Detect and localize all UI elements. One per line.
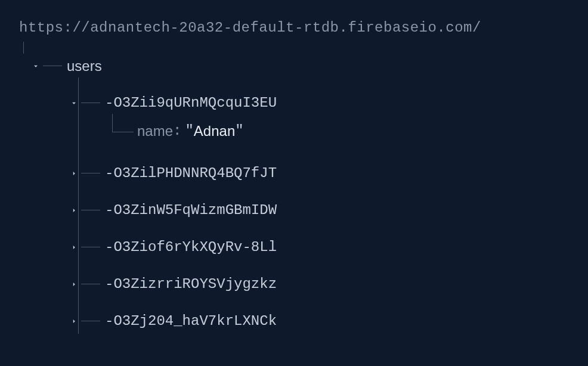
- tree-connector-line: [78, 149, 79, 161]
- tree-key-label: -O3Zj204_haV7krLXNCk: [105, 311, 277, 331]
- tree-key-label: -O3ZilPHDNNRQ4BQ7fJT: [105, 163, 277, 184]
- chevron-right-icon[interactable]: [69, 280, 79, 289]
- tree-key-label: -O3Zii9qURnMQcquI3EU: [105, 93, 277, 113]
- chevron-right-icon[interactable]: [69, 206, 79, 215]
- tree-connector-line: [78, 297, 79, 309]
- tree-node-child-5[interactable]: -O3Zj204_haV7krLXNCk: [69, 310, 569, 333]
- tree-node-child-3[interactable]: -O3Ziof6rYkXQyRv-8Ll: [69, 236, 569, 259]
- chevron-right-icon[interactable]: [69, 243, 79, 252]
- tree-node-child-0[interactable]: -O3Zii9qURnMQcquI3EU: [69, 92, 569, 114]
- tree-connector-line: [81, 247, 100, 247]
- tree-connector-line: [78, 223, 79, 235]
- tree-connector-line: [81, 321, 100, 321]
- tree-connector-line: [81, 210, 100, 210]
- chevron-right-icon[interactable]: [69, 317, 79, 326]
- tree-connector-line: [81, 173, 100, 173]
- chevron-right-icon[interactable]: [69, 169, 79, 178]
- chevron-down-icon[interactable]: [69, 98, 79, 108]
- field-value: Adnan: [194, 121, 235, 141]
- tree-connector-line: [43, 66, 62, 66]
- database-root-url[interactable]: https://adnantech-20a32-default-rtdb.fir…: [19, 18, 569, 38]
- tree-field-name[interactable]: name: "Adnan": [107, 114, 569, 148]
- tree-connector-line: [78, 186, 79, 198]
- tree-connector-line: [78, 260, 79, 272]
- tree-key-label: -O3Ziof6rYkXQyRv-8Ll: [105, 237, 277, 258]
- tree-node-child-2[interactable]: -O3ZinW5FqWizmGBmIDW: [69, 199, 569, 222]
- tree-connector-line: [107, 122, 137, 140]
- tree-key-label: users: [67, 56, 102, 76]
- field-key-label: name: [137, 121, 173, 141]
- tree-connector-line: [81, 284, 100, 284]
- tree-connector-line: [23, 42, 24, 54]
- tree-connector-line: [81, 103, 100, 103]
- tree-node-child-4[interactable]: -O3ZizrriROYSVjygzkz: [69, 273, 569, 296]
- tree-connector-line: [78, 79, 79, 91]
- chevron-down-icon[interactable]: [31, 61, 41, 71]
- tree-key-label: -O3ZinW5FqWizmGBmIDW: [105, 200, 277, 221]
- tree-node-users[interactable]: users: [31, 55, 569, 77]
- tree-node-child-1[interactable]: -O3ZilPHDNNRQ4BQ7fJT: [69, 162, 569, 185]
- tree-key-label: -O3ZizrriROYSVjygzkz: [105, 274, 277, 294]
- database-tree: https://adnantech-20a32-default-rtdb.fir…: [19, 18, 569, 333]
